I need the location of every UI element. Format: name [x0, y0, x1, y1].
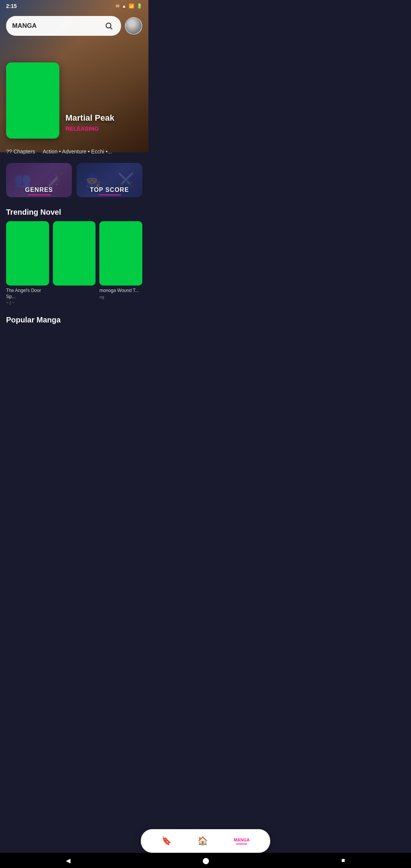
popular-section-title: Popular Manga: [0, 313, 148, 327]
trending-item-2[interactable]: [53, 221, 96, 305]
top-score-card-underline: [98, 195, 121, 195]
status-time: 2:15: [6, 3, 17, 9]
featured-cover-image[interactable]: [6, 62, 59, 139]
trending-title-3: monoga Wound T...: [99, 288, 142, 294]
featured-status: RELEASING: [65, 125, 142, 132]
featured-genres: Action • Adventure • Ecchi •...: [43, 148, 112, 155]
status-icons: ✉ ▲ 📶 🔋: [116, 3, 142, 9]
trending-list: The Angel's Door Sp... ~ | ~ monoga Woun…: [0, 221, 148, 313]
email-icon: ✉: [116, 3, 119, 9]
search-button[interactable]: [103, 20, 115, 32]
genres-card-label: GENRES: [6, 187, 72, 193]
bottom-spacer: [0, 327, 148, 372]
trending-section-title: Trending Novel: [0, 205, 148, 221]
trending-meta-1: ~ | ~: [6, 300, 49, 305]
top-score-card-label: TOP SCORE: [76, 187, 142, 193]
wifi-icon: ▲: [122, 3, 126, 9]
top-score-card[interactable]: 🧙⚔️ TOP SCORE: [76, 163, 142, 197]
featured-meta: ?? Chapters Action • Adventure • Ecchi •…: [0, 146, 148, 160]
trending-title-1: The Angel's Door Sp...: [6, 288, 49, 300]
featured-title[interactable]: Martial Peak: [65, 113, 142, 123]
featured-chapters: ?? Chapters: [6, 148, 35, 155]
trending-cover-3: [99, 221, 142, 286]
trending-cover-1: [6, 221, 49, 286]
svg-line-1: [110, 27, 112, 29]
trending-cover-2: [53, 221, 96, 286]
trending-meta-3: ng: [99, 295, 142, 299]
featured-section: Martial Peak RELEASING: [0, 40, 148, 146]
status-bar: 2:15 ✉ ▲ 📶 🔋: [0, 0, 148, 12]
genres-card[interactable]: 👥🗡️ GENRES: [6, 163, 72, 197]
search-value: MANGA: [12, 22, 99, 30]
search-container: MANGA: [0, 12, 148, 40]
category-cards: 👥🗡️ GENRES 🧙⚔️ TOP SCORE: [0, 160, 148, 205]
trending-item-3[interactable]: monoga Wound T... ng: [99, 221, 142, 305]
signal-icon: 📶: [129, 3, 134, 9]
battery-icon: 🔋: [137, 3, 142, 9]
avatar-button[interactable]: [125, 17, 142, 35]
trending-item-1[interactable]: The Angel's Door Sp... ~ | ~: [6, 221, 49, 305]
avatar-image: [126, 18, 142, 34]
genres-card-underline: [28, 195, 51, 195]
search-icon: [105, 22, 113, 30]
featured-info: Martial Peak RELEASING: [65, 113, 142, 139]
search-bar[interactable]: MANGA: [6, 16, 121, 36]
